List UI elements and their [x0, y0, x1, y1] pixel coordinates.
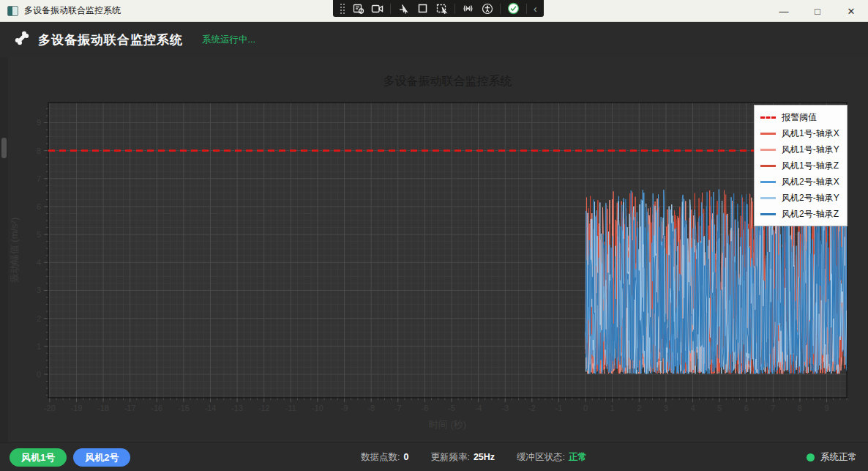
region-select-icon[interactable]: [435, 2, 448, 15]
minimize-button[interactable]: —: [767, 0, 801, 22]
confirm-check-icon[interactable]: [507, 2, 520, 15]
x-axis-label: 时间 (秒): [429, 419, 466, 430]
stat-value: 正常: [569, 451, 587, 464]
svg-text:7: 7: [37, 174, 41, 183]
statusbar: 风机1号风机2号 数据点数:0更新频率:25Hz缓冲区状态:正常 系统正常: [0, 442, 868, 471]
svg-text:5: 5: [37, 230, 41, 239]
maximize-button[interactable]: □: [801, 0, 834, 22]
legend-line-swatch: [760, 197, 776, 199]
system-status-label: 系统正常: [820, 451, 857, 464]
legend-item: 风机1号-轴承X: [760, 125, 839, 141]
capture-toolbar[interactable]: ‹: [333, 0, 544, 17]
toolbar-separator: [454, 4, 455, 14]
device-button-2[interactable]: 风机2号: [73, 448, 130, 467]
collapse-chevron-icon[interactable]: ‹: [534, 4, 537, 14]
chart-svg: -20-19-18-17-16-15-14-13-12-11-10-9-8-7-…: [0, 57, 868, 442]
toolbar-drag-handle-icon[interactable]: [340, 3, 345, 14]
svg-text:-18: -18: [97, 404, 109, 412]
app-header: 多设备振动联合监控系统 系统运行中...: [0, 22, 868, 57]
svg-text:0: 0: [37, 370, 41, 379]
stat-label: 数据点数:: [361, 451, 400, 464]
svg-text:4: 4: [690, 404, 695, 412]
svg-text:-6: -6: [421, 404, 428, 412]
capture-settings-icon[interactable]: [352, 2, 364, 15]
legend-item-label: 风机2号-轴承Y: [782, 192, 839, 204]
svg-text:-19: -19: [70, 404, 82, 412]
svg-text:-3: -3: [501, 404, 509, 412]
legend-item: 风机2号-轴承Z: [760, 206, 839, 222]
close-button[interactable]: ✕: [834, 0, 868, 22]
stat-label: 更新频率:: [430, 451, 469, 464]
app-title: 多设备振动联合监控系统: [38, 31, 183, 48]
svg-text:-1: -1: [555, 404, 563, 412]
window-controls: — □ ✕: [767, 0, 868, 22]
window-title: 多设备振动联合监控系统: [24, 4, 121, 17]
system-status: 系统正常: [807, 443, 857, 471]
legend-item-label: 报警阈值: [782, 111, 817, 124]
wrench-icon: [13, 29, 31, 50]
legend-item: 风机2号-轴承X: [760, 174, 839, 190]
stat-item: 缓冲区状态:正常: [517, 451, 587, 464]
svg-text:9: 9: [824, 404, 828, 412]
svg-text:3: 3: [37, 286, 41, 294]
legend-item-label: 风机1号-轴承Z: [782, 160, 839, 172]
vibration-chart: -20-19-18-17-16-15-14-13-12-11-10-9-8-7-…: [0, 57, 868, 442]
stop-capture-icon[interactable]: [416, 2, 429, 15]
legend-line-swatch: [760, 165, 776, 167]
svg-text:2: 2: [637, 404, 641, 412]
svg-text:-7: -7: [394, 404, 402, 412]
toolbar-separator: [526, 4, 527, 14]
legend-line-swatch: [760, 116, 776, 119]
legend-item-label: 风机2号-轴承Z: [782, 208, 839, 220]
svg-text:-14: -14: [205, 404, 217, 412]
toolbar-separator: [390, 4, 391, 14]
stat-label: 缓冲区状态:: [517, 451, 565, 464]
svg-text:-10: -10: [312, 404, 323, 412]
legend-item-label: 风机1号-轴承Y: [782, 144, 839, 156]
svg-text:0: 0: [583, 404, 588, 412]
svg-text:-11: -11: [285, 404, 296, 412]
svg-text:-17: -17: [124, 404, 136, 412]
svg-text:7: 7: [771, 404, 775, 412]
stat-item: 数据点数:0: [361, 451, 408, 464]
scrollbar-thumb[interactable]: [1, 138, 7, 158]
statusbar-stats: 数据点数:0更新频率:25Hz缓冲区状态:正常: [361, 443, 587, 471]
screen-record-icon[interactable]: [371, 2, 384, 15]
x-tick-labels: -20-19-18-17-16-15-14-13-12-11-10-9-8-7-…: [44, 404, 829, 412]
svg-text:-4: -4: [475, 404, 482, 412]
svg-text:1: 1: [610, 404, 615, 412]
device-button-1[interactable]: 风机1号: [10, 448, 67, 467]
chart-area: -20-19-18-17-16-15-14-13-12-11-10-9-8-7-…: [0, 57, 868, 442]
chart-title: 多设备振动联合监控系统: [384, 74, 512, 87]
toolbar-separator: [500, 4, 501, 14]
svg-text:-16: -16: [151, 404, 162, 412]
svg-text:2: 2: [37, 314, 41, 323]
device-buttons: 风机1号风机2号: [10, 448, 130, 467]
svg-text:9: 9: [37, 118, 41, 127]
left-scrollbar: [0, 57, 8, 442]
audio-toggle-icon[interactable]: [462, 2, 474, 15]
status-dot-icon: [807, 453, 815, 461]
legend-line-swatch: [760, 181, 776, 183]
stat-value: 25Hz: [474, 452, 495, 462]
accessibility-icon[interactable]: [481, 2, 493, 15]
svg-text:1: 1: [37, 342, 41, 351]
svg-text:-5: -5: [448, 404, 455, 412]
legend-item-label: 风机1号-轴承X: [782, 127, 839, 140]
stat-item: 更新频率:25Hz: [430, 451, 495, 464]
legend-line-swatch: [760, 133, 776, 135]
y-tick-labels: 0123456789: [37, 118, 41, 378]
svg-text:-15: -15: [178, 404, 190, 412]
legend-line-swatch: [760, 213, 776, 215]
svg-text:-13: -13: [231, 404, 243, 412]
legend-item: 风机2号-轴承Y: [760, 190, 839, 206]
svg-text:6: 6: [37, 202, 41, 211]
svg-text:8: 8: [37, 147, 41, 155]
legend-item: 风机1号-轴承Y: [760, 141, 839, 157]
cursor-select-icon[interactable]: [397, 2, 410, 15]
stat-value: 0: [403, 452, 408, 462]
legend-line-swatch: [760, 149, 776, 151]
svg-text:3: 3: [664, 404, 668, 412]
svg-text:-20: -20: [44, 404, 56, 412]
svg-text:6: 6: [744, 404, 749, 412]
